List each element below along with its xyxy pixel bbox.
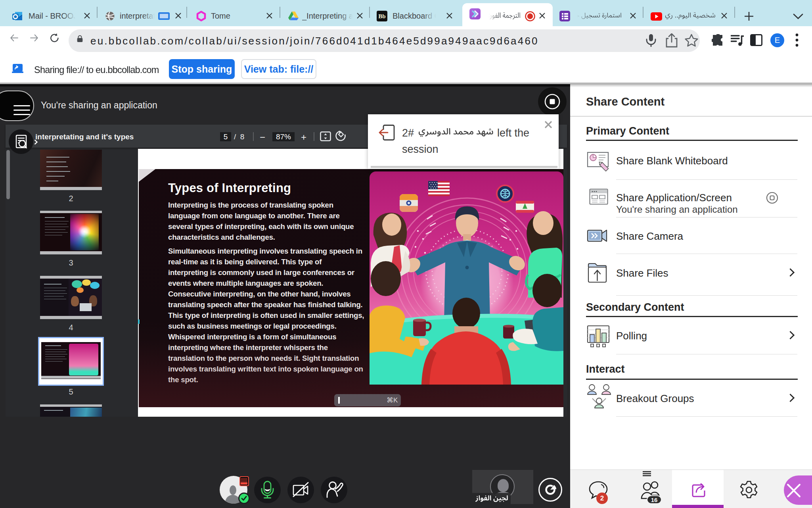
svg-text:Bb: Bb <box>378 13 385 19</box>
